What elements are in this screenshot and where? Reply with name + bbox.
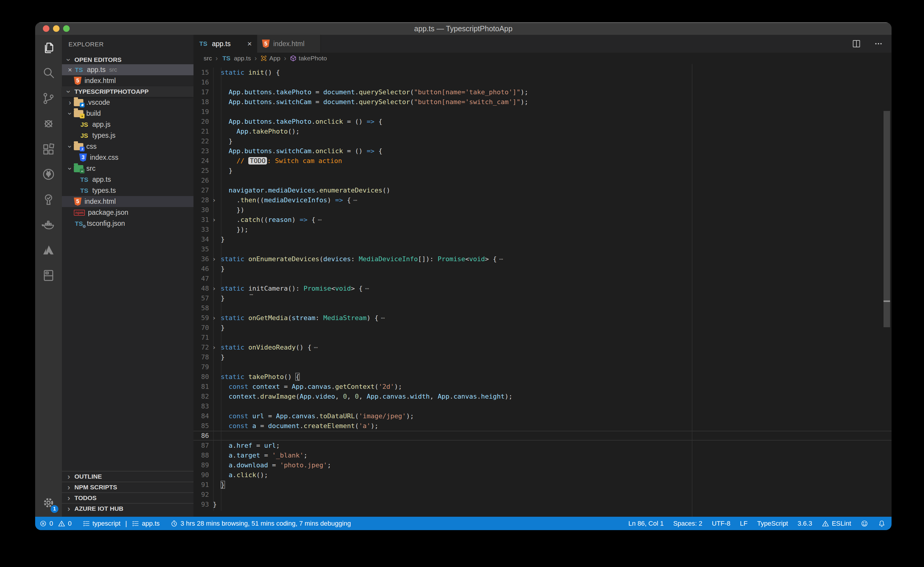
code-line[interactable]: 24 // TODO: Switch cam action — [194, 156, 892, 166]
code-line[interactable]: 85 const a = document.createElement('a')… — [194, 421, 892, 431]
close-window-icon[interactable] — [43, 25, 50, 32]
activity-extensions-icon[interactable] — [35, 138, 62, 160]
code-line[interactable]: 78 } — [194, 352, 892, 362]
tree-item-tsconfig-json[interactable]: TStsconfig.json — [62, 218, 194, 229]
status-item[interactable]: Ln 86, Col 1 — [628, 520, 664, 527]
code-line[interactable]: 22 } — [194, 136, 892, 146]
status-item[interactable]: | — [125, 520, 127, 527]
zoom-window-icon[interactable] — [63, 25, 70, 32]
status-item-warning[interactable]: ESLint — [822, 520, 851, 527]
code-line[interactable]: 18 App.buttons.switchCam = document.quer… — [194, 97, 892, 107]
code-line[interactable]: 82 context.drawImage(App.video, 0, 0, Ap… — [194, 392, 892, 401]
fold-icon[interactable]: › — [210, 254, 218, 264]
code-line[interactable]: 30 }) — [194, 205, 892, 215]
code-line[interactable]: 19 — [194, 107, 892, 117]
code-line[interactable]: 58 — [194, 303, 892, 313]
status-item[interactable]: TypeScript — [757, 520, 788, 527]
code-line[interactable]: 28› .then((mediaDeviceInfos) => {⋯ — [194, 195, 892, 205]
code-line[interactable]: 26 — [194, 176, 892, 185]
code-line[interactable]: 20 App.buttons.takePhoto.onclick = () =>… — [194, 117, 892, 126]
tree-item-index-css[interactable]: 3index.css — [62, 152, 194, 163]
code-line[interactable]: 88 a.target = '_blank'; — [194, 450, 892, 460]
code-line[interactable]: 48› static initCamera(): Promise<void> {… — [194, 284, 892, 293]
status-item-smiley[interactable] — [861, 520, 868, 527]
fold-icon[interactable]: › — [210, 313, 218, 323]
chevron-down-icon[interactable]: › — [66, 165, 74, 172]
breadcrumb-item[interactable]: takePhoto — [290, 55, 327, 62]
code-line[interactable]: 25 } — [194, 166, 892, 176]
code-line[interactable]: 31› .catch((reason) => {⋯ — [194, 215, 892, 225]
code-line[interactable]: 70 } — [194, 323, 892, 333]
activity-test-explorer-icon[interactable] — [35, 189, 62, 210]
sidebar-section-azure-iot-hub[interactable]: ›AZURE IOT HUB — [62, 503, 194, 514]
code-line[interactable]: 80 static takePhoto() { — [194, 372, 892, 382]
activity-azure-icon[interactable] — [35, 240, 62, 261]
code-line[interactable]: 57 } — [194, 293, 892, 303]
tree-item-css[interactable]: ›3css — [62, 141, 194, 152]
code-line[interactable]: 35 — [194, 244, 892, 254]
tree-item-package-json[interactable]: npmpackage.json — [62, 207, 194, 218]
code-line[interactable]: 79 — [194, 362, 892, 372]
code-line[interactable]: 36› static onEnumerateDevices(devices: M… — [194, 254, 892, 264]
status-item[interactable]: Spaces: 2 — [673, 520, 702, 527]
code-line[interactable]: 16 — [194, 77, 892, 87]
status-item-clock[interactable]: 3 hrs 28 mins browsing, 51 mins coding, … — [170, 520, 351, 527]
code-line[interactable]: 86 — [194, 431, 892, 441]
status-item-warning[interactable]: 0 — [58, 520, 71, 527]
tree-item-build[interactable]: ›●build — [62, 108, 194, 119]
code-line[interactable]: 23 App.buttons.switchCam.onclick = () =>… — [194, 146, 892, 156]
chevron-right-icon[interactable]: › — [66, 99, 74, 107]
code-line[interactable]: 84 const url = App.canvas.toDataURL('ima… — [194, 411, 892, 421]
activity-search-icon[interactable] — [35, 63, 62, 84]
tree-item--vscode[interactable]: ›◆.vscode — [62, 97, 194, 108]
tree-item-app-ts[interactable]: TSapp.ts — [62, 174, 194, 185]
breadcrumb-item[interactable]: src — [204, 55, 212, 62]
code-line[interactable]: 72› static onVideoReady() {⋯ — [194, 342, 892, 352]
tree-item-app-js[interactable]: JSapp.js — [62, 119, 194, 130]
code-line[interactable]: 71 — [194, 333, 892, 342]
code-line[interactable]: 27 navigator.mediaDevices.enumerateDevic… — [194, 185, 892, 195]
tab-index-html[interactable]: 5index.html — [257, 35, 321, 52]
breadcrumb-item[interactable]: TSapp.ts — [221, 55, 251, 62]
minimize-window-icon[interactable] — [53, 25, 60, 32]
tab-app-ts[interactable]: TSapp.ts× — [194, 35, 257, 52]
title-bar[interactable]: app.ts — TypescriptPhotoApp — [35, 22, 892, 35]
tree-item-types-ts[interactable]: TStypes.ts — [62, 185, 194, 196]
sidebar-section-npm-scripts[interactable]: ›NPM SCRIPTS — [62, 482, 194, 492]
fold-icon[interactable]: › — [210, 215, 218, 225]
code-line[interactable]: 81 const context = App.canvas.getContext… — [194, 382, 892, 392]
activity-docker-icon[interactable] — [35, 214, 62, 236]
fold-icon[interactable]: › — [210, 342, 218, 352]
fold-icon[interactable]: › — [210, 284, 218, 293]
breadcrumb-item[interactable]: App — [260, 55, 280, 62]
code-line[interactable]: 83 — [194, 401, 892, 411]
settings-gear-icon[interactable]: 1 — [35, 492, 62, 513]
fold-icon[interactable]: › — [210, 195, 218, 205]
code-line[interactable]: 47 — [194, 274, 892, 284]
open-editors-header[interactable]: › OPEN EDITORS — [62, 55, 194, 64]
close-icon[interactable]: × — [247, 39, 252, 48]
sidebar-section-outline[interactable]: ›OUTLINE — [62, 471, 194, 482]
tree-item-types-js[interactable]: JStypes.js — [62, 130, 194, 141]
code-line[interactable]: 93} — [194, 500, 892, 509]
status-item-bell[interactable] — [878, 520, 886, 527]
sidebar-section-todos[interactable]: ›TODOS — [62, 492, 194, 503]
tree-item-index-html[interactable]: 5index.html — [62, 196, 194, 207]
code-line[interactable]: 87 a.href = url; — [194, 441, 892, 450]
code-line[interactable]: 59› static onGetMedia(stream: MediaStrea… — [194, 313, 892, 323]
status-item[interactable]: LF — [740, 520, 748, 527]
close-icon[interactable]: × — [66, 66, 74, 74]
open-editor-item[interactable]: 5index.html — [62, 75, 194, 86]
code-line[interactable]: 92 — [194, 490, 892, 500]
code-line[interactable]: 89 a.download = 'photo.jpeg'; — [194, 460, 892, 470]
activity-debug-icon[interactable] — [35, 113, 62, 135]
more-actions-icon[interactable] — [874, 39, 883, 48]
chevron-down-icon[interactable]: › — [66, 110, 74, 117]
code-line[interactable]: 15 static init() { — [194, 68, 892, 77]
activity-notebook-icon[interactable] — [35, 265, 62, 286]
activity-explorer-icon[interactable] — [35, 37, 62, 58]
code-line[interactable]: 33 }); — [194, 225, 892, 234]
chevron-down-icon[interactable]: › — [66, 143, 74, 150]
status-item[interactable]: UTF-8 — [712, 520, 730, 527]
split-editor-icon[interactable] — [852, 39, 861, 48]
